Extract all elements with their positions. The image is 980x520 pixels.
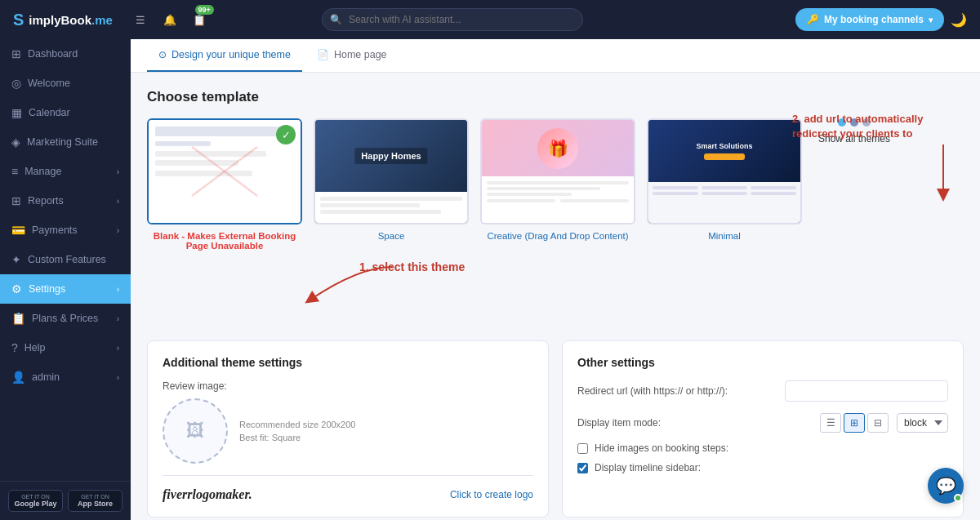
sidebar-item-payments[interactable]: 💳 Payments › — [0, 216, 131, 245]
manage-icon: ≡ — [11, 165, 18, 178]
chat-support-btn[interactable]: 💬 — [928, 468, 964, 504]
search-bar: 🔍 — [322, 8, 583, 31]
sidebar-item-reports[interactable]: ⊞ Reports › — [0, 186, 131, 216]
nav-icon-group: ☰ 🔔 📋 99+ — [129, 8, 211, 31]
booking-key-icon: 🔑 — [807, 14, 819, 25]
admin-arrow-icon: › — [117, 373, 119, 382]
booking-channels-btn[interactable]: 🔑 My booking channels ▾ — [795, 8, 944, 31]
content-scroll-area: Choose template 2. add url to automatica… — [131, 73, 980, 520]
google-play-badge[interactable]: GET IT ON Google Play — [8, 490, 63, 512]
dashboard-icon: ⊞ — [11, 47, 21, 60]
template-name-blank: Blank - Makes External Booking Page Unav… — [147, 231, 302, 251]
help-icon: ? — [11, 341, 18, 354]
template-thumb-creative: 🎁 — [480, 118, 635, 224]
sidebar: ⊞ Dashboard ◎ Welcome ▦ Calendar ◈ Marke… — [0, 39, 131, 520]
sidebar-item-marketing[interactable]: ◈ Marketing Suite — [0, 127, 131, 157]
reports-icon: ⊞ — [11, 194, 21, 207]
large-grid-icon: ⊟ — [874, 417, 882, 429]
admin-icon: 👤 — [11, 371, 25, 384]
display-mode-icons-group: ☰ ⊞ ⊟ — [820, 413, 889, 433]
image-placeholder-icon: 🖼 — [186, 420, 204, 442]
top-navigation: S implyBook.me ☰ 🔔 📋 99+ 🔍 🔑 My booking … — [0, 0, 980, 39]
other-settings-title: Other settings — [577, 356, 948, 369]
blank-cross-icon — [184, 139, 265, 204]
search-input[interactable] — [322, 8, 583, 31]
chat-icon: 💬 — [936, 476, 956, 496]
notifications-btn[interactable]: 🔔 — [158, 8, 181, 31]
app-logo[interactable]: S implyBook.me — [13, 11, 113, 29]
annotation-1-group: 1. select this theme — [147, 259, 964, 308]
sidebar-item-welcome[interactable]: ◎ Welcome — [0, 69, 131, 98]
sidebar-item-help[interactable]: ? Help › — [0, 333, 131, 362]
chat-online-indicator — [954, 494, 962, 502]
fiverr-row: fiverrlogomaker. Click to create logo — [163, 475, 533, 502]
sidebar-item-calendar[interactable]: ▦ Calendar — [0, 98, 131, 127]
chevron-down-icon: ▾ — [929, 16, 933, 24]
template-card-blank[interactable]: ✓ Blank - Makes External Booking Page Un… — [147, 118, 302, 251]
calendar-badge: 99+ — [195, 5, 214, 15]
sidebar-item-dashboard[interactable]: ⊞ Dashboard — [0, 39, 131, 69]
hide-images-checkbox[interactable] — [577, 443, 588, 454]
grid-view-btn[interactable]: ⊞ — [844, 413, 865, 433]
app-store-badge[interactable]: GET IT ON App Store — [68, 490, 122, 512]
tab-home-page[interactable]: 📄 Home page — [305, 39, 399, 72]
fiverr-create-logo-link[interactable]: Click to create logo — [450, 489, 533, 500]
list-view-btn[interactable]: ☰ — [820, 413, 841, 433]
template-card-creative[interactable]: 🎁 — [480, 118, 635, 241]
image-upload-circle[interactable]: 🖼 — [163, 398, 228, 464]
tab-design-theme[interactable]: ⊙ Design your unique theme — [147, 39, 302, 72]
display-mode-select[interactable]: block list grid — [897, 413, 948, 433]
store-badges-group: GET IT ON Google Play GET IT ON App Stor… — [0, 481, 131, 520]
marketing-icon: ◈ — [11, 136, 20, 149]
sidebar-item-settings[interactable]: ⚙ Settings › — [0, 274, 131, 304]
payments-icon: 💳 — [11, 224, 25, 237]
display-timeline-checkbox[interactable] — [577, 463, 588, 473]
template-card-space[interactable]: Space — [314, 118, 469, 241]
sidebar-item-plans-prices[interactable]: 📋 Plans & Prices › — [0, 304, 131, 333]
fiverr-logo: fiverrlogomaker. — [163, 487, 252, 502]
template-thumb-minimal: Smart Solutions — [647, 118, 802, 224]
hamburger-btn[interactable]: ☰ — [129, 8, 152, 31]
logo-suffix: .me — [91, 13, 113, 27]
dark-mode-icon[interactable]: 🌙 — [951, 12, 967, 28]
design-theme-icon: ⊙ — [158, 49, 167, 60]
redirect-label: Redirect url (with https:// or http://): — [577, 385, 785, 397]
bottom-panels: Additional theme settings Review image: … — [147, 340, 964, 518]
sidebar-item-admin[interactable]: 👤 admin › — [0, 362, 131, 392]
hide-images-row: Hide images on booking steps: — [577, 442, 948, 454]
logo-text: implyBook.me — [29, 13, 113, 27]
template-name-minimal: Minimal — [708, 231, 741, 241]
annotation-2-label: 2. add url to automatically redicrect yo… — [792, 112, 956, 202]
bell-icon: 🔔 — [163, 14, 176, 26]
redirect-url-input[interactable] — [785, 380, 948, 402]
display-mode-row: Display item mode: ☰ ⊞ ⊟ — [577, 413, 948, 433]
template-thumb-blank: ✓ — [147, 118, 302, 224]
main-content: ⊙ Design your unique theme 📄 Home page C… — [131, 39, 980, 520]
additional-settings-title: Additional theme settings — [163, 356, 533, 369]
calendar-btn[interactable]: 📋 99+ — [188, 8, 211, 31]
display-timeline-row: Display timeline sidebar: — [577, 462, 948, 473]
sidebar-item-manage[interactable]: ≡ Manage › — [0, 157, 131, 186]
large-grid-view-btn[interactable]: ⊟ — [867, 413, 889, 433]
manage-arrow-icon: › — [117, 167, 119, 176]
home-page-icon: 📄 — [317, 49, 329, 60]
best-fit-text: Best fit: Square — [239, 431, 355, 445]
reports-arrow-icon: › — [117, 197, 119, 206]
sidebar-item-custom-features[interactable]: ✦ Custom Features — [0, 245, 131, 274]
hide-images-label: Hide images on booking steps: — [595, 442, 728, 454]
redirect-url-row: Redirect url (with https:// or http://): — [577, 380, 948, 402]
template-card-minimal[interactable]: Smart Solutions — [647, 118, 802, 241]
additional-theme-settings-panel: Additional theme settings Review image: … — [147, 340, 549, 518]
calendar-nav-icon: ▦ — [11, 106, 22, 119]
logo-icon: S — [13, 11, 24, 29]
template-thumb-space — [314, 118, 469, 224]
annotation-1-label: 1. select this theme — [359, 260, 465, 273]
list-icon: ☰ — [826, 417, 835, 429]
content-tabs: ⊙ Design your unique theme 📄 Home page — [131, 39, 980, 73]
hamburger-icon: ☰ — [136, 14, 145, 26]
display-timeline-label: Display timeline sidebar: — [595, 462, 701, 473]
image-upload-row: 🖼 Recommended size 200x200 Best fit: Squ… — [163, 398, 533, 464]
recommended-size-text: Recommended size 200x200 — [239, 418, 355, 432]
plans-arrow-icon: › — [117, 314, 119, 323]
selected-check-icon: ✓ — [276, 125, 296, 144]
